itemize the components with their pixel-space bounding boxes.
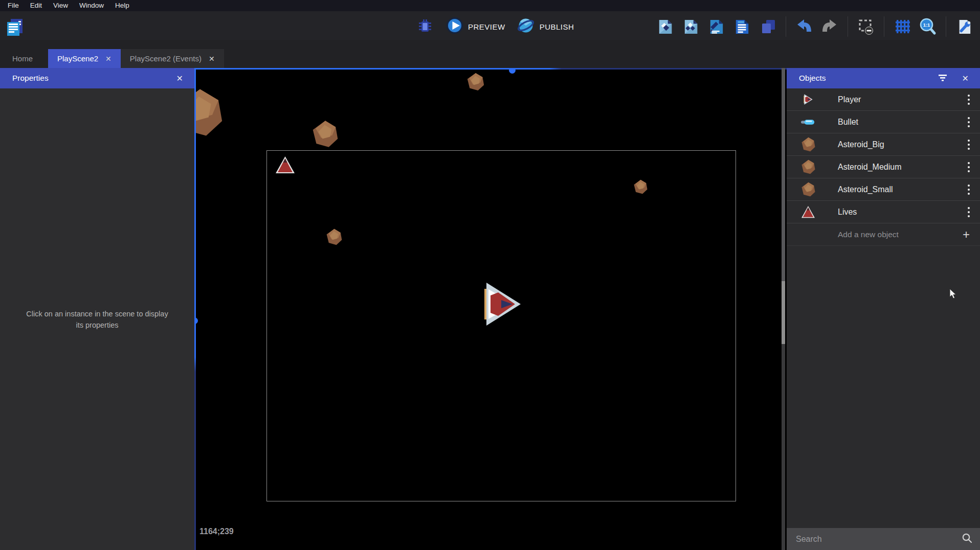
object-name: Asteroid_Medium xyxy=(838,163,965,172)
grid-icon[interactable] xyxy=(894,17,911,36)
menu-item-view[interactable]: View xyxy=(48,0,74,11)
menu-item-file[interactable]: File xyxy=(2,0,25,11)
object-name: Asteroid_Small xyxy=(838,185,965,194)
object-row-player[interactable]: Player xyxy=(787,88,980,111)
tabbar: HomePlayScene2✕PlayScene2 (Events)✕ xyxy=(0,40,980,68)
close-icon[interactable]: ✕ xyxy=(105,55,112,63)
tab-playscene2-events-[interactable]: PlayScene2 (Events)✕ xyxy=(121,49,224,68)
lives-thumbnail-icon xyxy=(799,204,817,220)
close-icon[interactable]: ✕ xyxy=(172,72,187,85)
menu-item-window[interactable]: Window xyxy=(74,0,109,11)
selection-handle[interactable] xyxy=(509,68,516,74)
scene-canvas[interactable]: 1164;239 xyxy=(194,68,787,550)
layers-list-icon[interactable] xyxy=(733,17,751,36)
objects-panel-header: Objects ✕ xyxy=(787,68,980,88)
object-name: Bullet xyxy=(838,118,965,127)
object-name: Asteroid_Big xyxy=(838,140,965,149)
toolbar-separator xyxy=(946,16,946,37)
plus-icon: + xyxy=(963,230,970,240)
object-menu-dots-icon[interactable] xyxy=(965,93,973,107)
tab-label: PlayScene2 (Events) xyxy=(130,54,202,63)
play-icon xyxy=(446,17,463,36)
undo-icon[interactable] xyxy=(795,17,813,36)
objects-search-bar xyxy=(787,528,980,550)
object-row-asteroid_small[interactable]: Asteroid_Small xyxy=(787,178,980,201)
lives-instance[interactable] xyxy=(276,156,295,174)
debug-icon[interactable] xyxy=(416,17,434,36)
bullet-thumbnail-icon xyxy=(799,114,817,130)
asteroid-instance[interactable] xyxy=(311,120,339,148)
scene-properties-icon[interactable] xyxy=(657,17,674,36)
add-object-button[interactable]: Add a new object + xyxy=(787,223,980,246)
objects-panel: Objects ✕ Player Bullet Asteroid_Big Ast… xyxy=(787,68,980,550)
search-input[interactable] xyxy=(796,535,962,544)
edit-scene-icon[interactable] xyxy=(708,17,725,36)
object-row-asteroid_medium[interactable]: Asteroid_Medium xyxy=(787,156,980,178)
project-settings-icon[interactable] xyxy=(955,17,973,36)
player-thumbnail-icon xyxy=(799,91,817,108)
player-instance[interactable] xyxy=(483,282,522,326)
tab-label: PlayScene2 xyxy=(57,54,98,63)
toolbar-separator xyxy=(884,16,884,37)
toolbar: PREVIEW PUBLISH xyxy=(0,11,980,40)
object-name: Lives xyxy=(838,208,965,217)
selection-outline-top xyxy=(194,68,787,70)
menu-item-help[interactable]: Help xyxy=(109,0,135,11)
asteroid-thumbnail-icon xyxy=(799,181,817,198)
object-menu-dots-icon[interactable] xyxy=(965,160,973,174)
asteroid-instance[interactable] xyxy=(466,73,485,91)
object-row-bullet[interactable]: Bullet xyxy=(787,111,980,133)
cursor-coordinates: 1164;239 xyxy=(199,527,234,536)
selection-handle[interactable] xyxy=(194,317,198,324)
properties-panel: Properties ✕ Click on an instance in the… xyxy=(0,68,194,550)
publish-label: PUBLISH xyxy=(540,22,574,31)
close-icon[interactable]: ✕ xyxy=(209,55,215,63)
clear-selection-icon[interactable] xyxy=(857,17,875,36)
redo-icon[interactable] xyxy=(821,17,838,36)
asteroid-thumbnail-icon xyxy=(799,159,817,175)
object-menu-dots-icon[interactable] xyxy=(965,205,973,219)
object-row-asteroid_big[interactable]: Asteroid_Big xyxy=(787,133,980,156)
svg-text:1:1: 1:1 xyxy=(923,22,930,28)
objects-list-icon[interactable] xyxy=(682,17,700,36)
search-icon[interactable] xyxy=(962,533,973,546)
asteroid-instance[interactable] xyxy=(633,179,648,194)
menu-item-edit[interactable]: Edit xyxy=(25,0,48,11)
preview-label: PREVIEW xyxy=(468,22,505,31)
project-manager-icon[interactable] xyxy=(5,18,25,39)
asteroid-thumbnail-icon xyxy=(799,136,817,153)
toolbar-separator xyxy=(786,16,786,37)
preview-button[interactable]: PREVIEW xyxy=(443,16,508,37)
add-object-label: Add a new object xyxy=(838,230,963,239)
object-menu-dots-icon[interactable] xyxy=(965,138,973,152)
gdevelop-window: FileEditViewWindowHelp PREVIEW PUBLISH xyxy=(0,0,980,550)
instances-list-icon[interactable] xyxy=(759,17,776,36)
tab-home[interactable]: Home xyxy=(5,49,40,68)
zoom-1-1-icon[interactable]: 1:1 xyxy=(919,17,937,36)
properties-title: Properties xyxy=(12,74,49,83)
objects-title: Objects xyxy=(799,74,826,83)
canvas-vertical-scrollbar[interactable] xyxy=(782,68,785,550)
tab-label: Home xyxy=(12,54,33,63)
toolbar-separator xyxy=(848,16,848,37)
publish-globe-icon xyxy=(517,16,535,37)
menubar: FileEditViewWindowHelp xyxy=(0,0,980,11)
filter-icon[interactable] xyxy=(938,73,948,84)
properties-panel-header: Properties ✕ xyxy=(0,68,194,88)
mouse-cursor xyxy=(949,289,957,302)
selection-outline-left xyxy=(194,68,196,550)
properties-empty-message: Click on an instance in the scene to dis… xyxy=(23,308,171,331)
object-menu-dots-icon[interactable] xyxy=(965,115,973,129)
scrollbar-thumb[interactable] xyxy=(782,281,785,344)
asteroid-instance[interactable] xyxy=(194,88,225,137)
object-name: Player xyxy=(838,95,965,104)
object-menu-dots-icon[interactable] xyxy=(965,182,973,197)
publish-button[interactable]: PUBLISH xyxy=(514,15,577,38)
object-row-lives[interactable]: Lives xyxy=(787,201,980,223)
toolbar-right-icons: 1:1 xyxy=(653,16,977,37)
tab-playscene2[interactable]: PlayScene2✕ xyxy=(48,49,121,68)
close-icon[interactable]: ✕ xyxy=(958,72,973,85)
asteroid-instance[interactable] xyxy=(326,228,343,245)
